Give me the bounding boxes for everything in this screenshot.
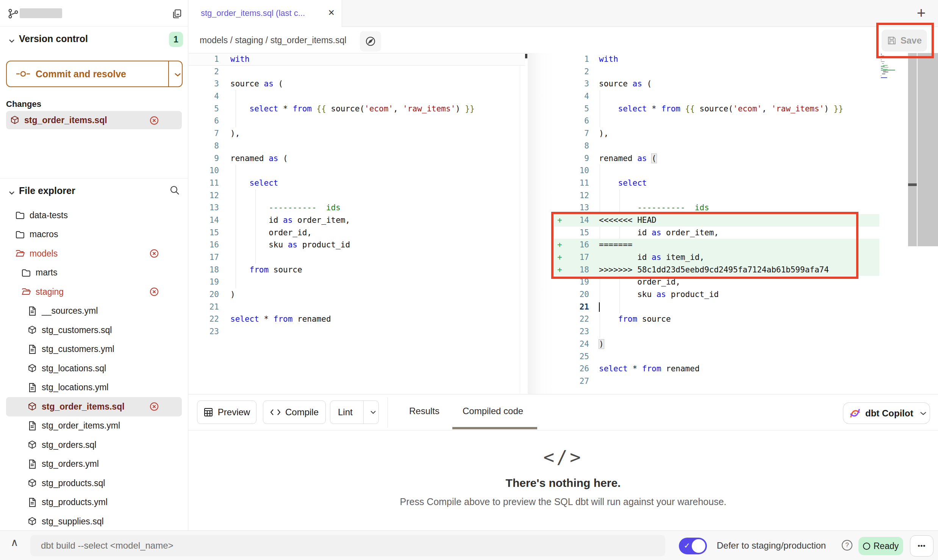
code-line-6[interactable]: 6: [554, 115, 879, 127]
code-line-14[interactable]: 14 id as order_item,: [189, 214, 525, 227]
change-row-stg_order_items.sql[interactable]: stg_order_items.sql: [6, 111, 182, 129]
discard-changes-icon[interactable]: [149, 249, 159, 258]
code-line-4[interactable]: 4: [554, 90, 879, 103]
file-row-macros[interactable]: macros: [6, 225, 182, 244]
left-pane-scrollbar-track[interactable]: [520, 53, 528, 393]
code-line-18[interactable]: +18>>>>>>> 58c1dd23d5eebd9cd2495fa7124ab…: [554, 264, 879, 276]
code-line-22[interactable]: 22 from source: [554, 313, 879, 325]
code-line-2[interactable]: 2: [189, 66, 525, 78]
pane-divider[interactable]: [528, 53, 554, 394]
chevron-down-icon[interactable]: [368, 408, 378, 416]
code-line-4[interactable]: 4: [189, 90, 525, 103]
file-row-stg_products.sql[interactable]: stg_products.sql: [6, 474, 182, 493]
code-line-24[interactable]: 24): [554, 338, 879, 350]
code-line-19[interactable]: 19 order_id,: [554, 276, 879, 288]
code-line-15[interactable]: 15 id as order_item,: [554, 227, 879, 239]
code-line-12[interactable]: 12: [554, 189, 879, 202]
file-row-stg_orders.sql[interactable]: stg_orders.sql: [6, 435, 182, 455]
new-tab-button[interactable]: +: [917, 5, 925, 22]
editor-scrollbar[interactable]: [918, 53, 938, 246]
help-icon[interactable]: ?: [842, 540, 852, 551]
discard-changes-icon[interactable]: [149, 402, 159, 411]
code-line-8[interactable]: 8: [554, 140, 879, 152]
code-line-23[interactable]: 23: [189, 325, 525, 338]
code-line-6[interactable]: 6: [189, 115, 525, 127]
code-line-3[interactable]: 3source as (: [189, 78, 525, 90]
lint-button[interactable]: Lint: [330, 400, 379, 424]
tab-results[interactable]: Results: [409, 406, 439, 416]
save-button[interactable]: Save: [882, 30, 927, 52]
code-line-11[interactable]: 11 select: [554, 177, 879, 189]
code-line-16[interactable]: +16=======: [554, 239, 879, 251]
file-row-__sources.yml[interactable]: __sources.yml: [6, 302, 182, 321]
file-row-stg_customers.sql[interactable]: stg_customers.sql: [6, 321, 182, 340]
discard-changes-icon[interactable]: [149, 116, 159, 125]
code-line-12[interactable]: 12: [189, 189, 525, 202]
search-icon[interactable]: [169, 185, 180, 196]
code-line-3[interactable]: 3source as (: [554, 78, 879, 90]
file-row-marts[interactable]: marts: [6, 263, 182, 283]
file-row-stg_products.yml[interactable]: stg_products.yml: [6, 493, 182, 512]
code-line-20[interactable]: 20): [189, 288, 525, 301]
dbt-copilot-button[interactable]: dbt Copilot: [843, 402, 930, 424]
compile-button[interactable]: Compile: [263, 400, 326, 424]
file-row-stg_orders.yml[interactable]: stg_orders.yml: [6, 455, 182, 474]
chevron-down-icon[interactable]: [8, 189, 16, 197]
file-row-stg_locations.yml[interactable]: stg_locations.yml: [6, 378, 182, 397]
more-options-button[interactable]: •••: [910, 535, 933, 557]
minimap-slider[interactable]: [908, 53, 917, 246]
code-line-9[interactable]: 9renamed as (: [554, 152, 879, 165]
code-line-13[interactable]: 13 ---------- ids: [554, 202, 879, 214]
code-line-7[interactable]: 7),: [554, 127, 879, 140]
file-row-staging[interactable]: staging: [6, 282, 182, 302]
code-line-21[interactable]: 21: [189, 301, 525, 313]
code-line-5[interactable]: 5 select * from {{ source('ecom', 'raw_i…: [554, 103, 879, 115]
code-line-27[interactable]: 27: [554, 375, 879, 388]
code-line-11[interactable]: 11 select: [189, 177, 525, 189]
chevron-down-icon[interactable]: [173, 70, 183, 79]
file-row-stg_order_items.sql[interactable]: stg_order_items.sql: [6, 397, 182, 416]
file-row-models[interactable]: models: [6, 244, 182, 263]
code-line-19[interactable]: 19: [189, 276, 525, 288]
code-line-17[interactable]: 17: [189, 251, 525, 264]
file-row-data-tests[interactable]: data-tests: [6, 206, 182, 225]
code-line-1[interactable]: 1with: [554, 53, 879, 66]
file-row-stg_supplies.sql[interactable]: stg_supplies.sql: [6, 512, 182, 531]
minimap[interactable]: [881, 54, 907, 80]
code-line-7[interactable]: 7),: [189, 127, 525, 140]
expand-panel-button[interactable]: ∧: [11, 536, 19, 549]
discard-changes-icon[interactable]: [149, 287, 159, 297]
code-line-26[interactable]: 26select * from renamed: [554, 363, 879, 375]
command-input[interactable]: [30, 535, 665, 556]
chevron-down-icon[interactable]: [8, 37, 16, 45]
code-line-15[interactable]: 15 order_id,: [189, 227, 525, 239]
branch-name-redacted[interactable]: [20, 8, 62, 18]
code-line-14[interactable]: +14<<<<<<< HEAD: [554, 214, 879, 227]
file-row-stg_locations.sql[interactable]: stg_locations.sql: [6, 359, 182, 378]
file-row-stg_customers.yml[interactable]: stg_customers.yml: [6, 340, 182, 359]
close-icon[interactable]: ✕: [328, 8, 335, 18]
code-line-17[interactable]: +17 id as item_id,: [554, 251, 879, 264]
code-line-5[interactable]: 5 select * from {{ source('ecom', 'raw_i…: [189, 103, 525, 115]
code-line-18[interactable]: 18 from source: [189, 264, 525, 276]
code-line-23[interactable]: 23: [554, 325, 879, 338]
code-line-20[interactable]: 20 sku as product_id: [554, 288, 879, 301]
code-line-16[interactable]: 16 sku as product_id: [189, 239, 525, 251]
code-line-25[interactable]: 25: [554, 350, 879, 363]
tab-compiled-code[interactable]: Compiled code: [463, 406, 523, 416]
code-line-9[interactable]: 9renamed as (: [189, 152, 525, 165]
code-line-2[interactable]: 2: [554, 66, 879, 78]
lineage-compass-button[interactable]: [360, 31, 381, 52]
copy-icon[interactable]: [171, 8, 183, 20]
tab-stg-order-items[interactable]: stg_order_items.sql (last c... ✕: [188, 0, 342, 27]
code-line-21[interactable]: 21: [554, 301, 879, 313]
code-line-10[interactable]: 10: [189, 164, 525, 177]
code-line-1[interactable]: 1with: [189, 53, 525, 66]
preview-button[interactable]: Preview: [197, 400, 256, 424]
code-line-8[interactable]: 8: [189, 140, 525, 152]
commit-and-resolve-button[interactable]: Commit and resolve: [6, 61, 183, 87]
code-line-10[interactable]: 10: [554, 164, 879, 177]
code-line-13[interactable]: 13 ---------- ids: [189, 202, 525, 214]
file-row-stg_order_items.yml[interactable]: stg_order_items.yml: [6, 416, 182, 436]
defer-toggle[interactable]: ✓: [679, 538, 707, 554]
